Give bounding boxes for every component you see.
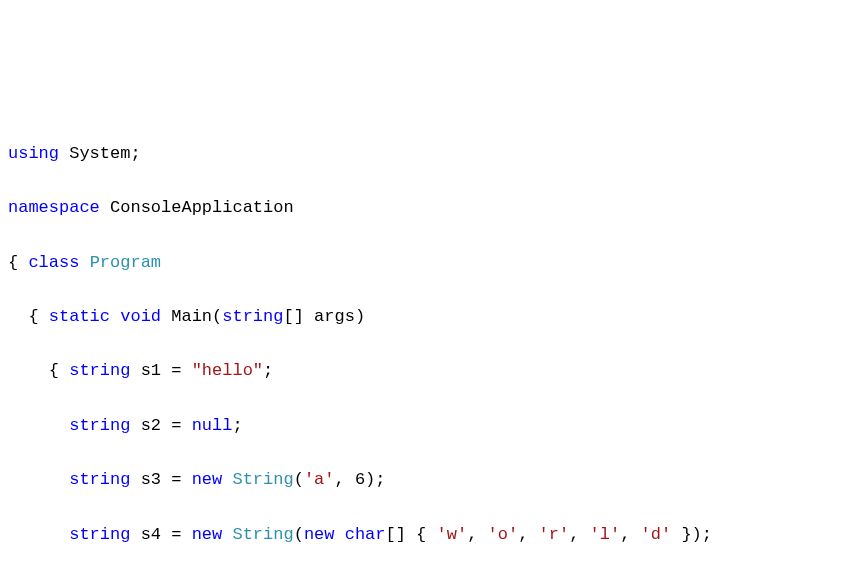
code-text: , [518,525,538,544]
code-line-8[interactable]: string s4 = new String(new char[] { 'w',… [8,521,862,548]
keyword-char: char [345,525,386,544]
keyword-void: void [120,307,161,326]
code-text: { [8,361,69,380]
code-text: Main( [161,307,222,326]
code-text: [] { [386,525,437,544]
code-line-6[interactable]: string s2 = null; [8,412,862,439]
code-text [8,416,69,435]
keyword-using: using [8,144,59,163]
code-text: , 6); [335,470,386,489]
keyword-string: string [69,470,130,489]
string-literal: "hello" [192,361,263,380]
code-text: ( [294,525,304,544]
char-literal: 'r' [539,525,570,544]
code-text: s2 = [130,416,191,435]
code-text: s3 = [130,470,191,489]
code-text [8,470,69,489]
code-text: , [569,525,589,544]
char-literal: 'd' [641,525,672,544]
code-text [335,525,345,544]
code-line-2[interactable]: namespace ConsoleApplication [8,194,862,221]
char-literal: 'o' [488,525,519,544]
keyword-null: null [192,416,233,435]
code-text [110,307,120,326]
keyword-string: string [69,525,130,544]
code-text: System; [59,144,141,163]
code-text: , [620,525,640,544]
code-text [222,470,232,489]
code-text: { [8,307,49,326]
keyword-namespace: namespace [8,198,100,217]
keyword-string: string [222,307,283,326]
code-text: ; [263,361,273,380]
class-name: String [232,470,293,489]
code-text: s4 = [130,525,191,544]
char-literal: 'a' [304,470,335,489]
keyword-class: class [28,253,79,272]
char-literal: 'w' [437,525,468,544]
keyword-new: new [192,525,223,544]
char-literal: 'l' [590,525,621,544]
code-text [222,525,232,544]
code-line-5[interactable]: { string s1 = "hello"; [8,357,862,384]
code-text: [] args) [283,307,365,326]
code-text: }); [671,525,712,544]
code-text: s1 = [130,361,191,380]
code-text: ConsoleApplication [100,198,294,217]
keyword-new: new [304,525,335,544]
class-name: String [232,525,293,544]
code-text: ( [294,470,304,489]
code-text [8,525,69,544]
code-line-3[interactable]: { class Program [8,249,862,276]
code-line-7[interactable]: string s3 = new String('a', 6); [8,466,862,493]
code-text: { [8,253,28,272]
code-line-4[interactable]: { static void Main(string[] args) [8,303,862,330]
keyword-static: static [49,307,110,326]
code-text: ; [232,416,242,435]
code-text [79,253,89,272]
class-name: Program [90,253,161,272]
code-editor[interactable]: using System; namespace ConsoleApplicati… [0,113,862,572]
code-line-1[interactable]: using System; [8,140,862,167]
keyword-new: new [192,470,223,489]
code-text: , [467,525,487,544]
keyword-string: string [69,361,130,380]
keyword-string: string [69,416,130,435]
